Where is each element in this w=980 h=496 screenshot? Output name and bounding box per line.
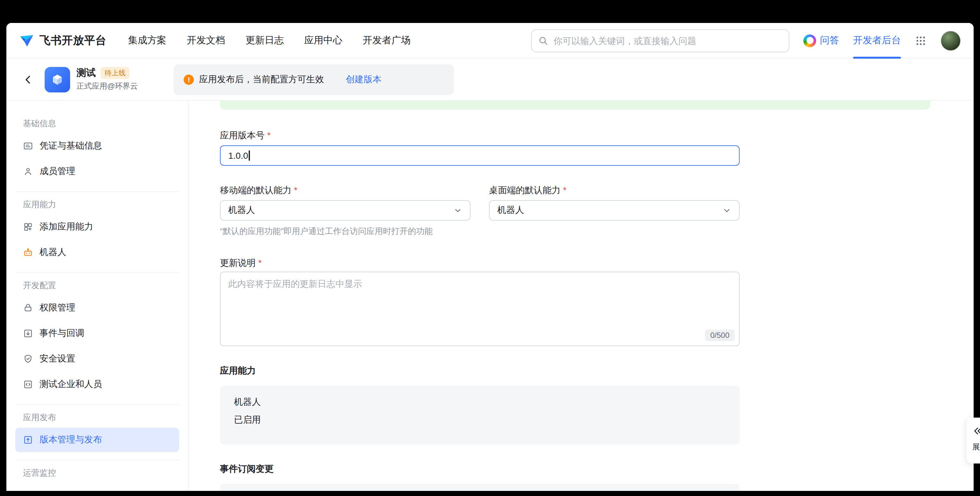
success-banner: 本次发布免审核，提交发布后即可上线使用 — [220, 101, 930, 110]
sidebar-item-label: 事件与回调 — [40, 328, 84, 339]
mobile-capability-select[interactable]: 机器人 — [220, 200, 471, 221]
cube-icon — [50, 72, 65, 87]
credential-icon — [23, 141, 33, 151]
qa-link[interactable]: 问答 — [803, 34, 839, 47]
sidebar-item-label: 成员管理 — [40, 166, 75, 177]
notes-label: 更新说明* — [220, 256, 974, 269]
sidebar-item-bot[interactable]: 机器人 — [15, 240, 179, 265]
capability-status: 已启用 — [234, 414, 725, 426]
sidebar-item-label: 添加应用能力 — [40, 221, 93, 233]
status-badge: 待上线 — [101, 67, 129, 79]
nav-item-solutions[interactable]: 集成方案 — [128, 35, 166, 46]
developer-console-label: 开发者后台 — [853, 35, 901, 46]
sidebar-item-credentials[interactable]: 凭证与基础信息 — [15, 134, 179, 158]
sidebar-item-label: 安全设置 — [40, 353, 75, 365]
header-right: 问答 开发者后台 — [803, 23, 961, 58]
brand-name: 飞书开放平台 — [40, 33, 107, 48]
sidebar-item-test-org[interactable]: 测试企业和人员 — [15, 372, 179, 397]
sidebar-item-add-capability[interactable]: 添加应用能力 — [15, 215, 179, 239]
chevron-down-icon — [453, 206, 462, 215]
app-bar: 测试 待上线 正式应用@环界云 ! 应用发布后，当前配置方可生效 创建版本 — [6, 59, 974, 101]
sidebar-section-monitoring: 运营监控 — [15, 467, 179, 490]
capability-hint: “默认的应用功能”即用户通过工作台访问应用时打开的功能 — [220, 226, 974, 237]
char-counter: 0/500 — [705, 330, 735, 341]
sidebar-item-members[interactable]: 成员管理 — [15, 159, 179, 184]
version-input[interactable]: 1.0.0 — [220, 145, 740, 166]
notice-text: 应用发布后，当前配置方可生效 — [199, 74, 324, 85]
sidebar-section-capability: 应用能力 添加应用能力 机器人 — [15, 198, 179, 273]
search-box[interactable] — [531, 29, 789, 52]
expander-label: 展开 — [972, 442, 980, 453]
sidebar-item-permissions[interactable]: 权限管理 — [15, 296, 179, 320]
nav-item-dev-plaza[interactable]: 开发者广场 — [363, 35, 410, 46]
sidebar-item-label: 机器人 — [40, 247, 66, 258]
capability-name: 机器人 — [234, 397, 725, 408]
sidebar-section-label: 运营监控 — [15, 467, 179, 479]
sidebar-section-label: 基础信息 — [15, 117, 179, 130]
app-icon — [45, 67, 70, 92]
event-callback-icon — [23, 328, 33, 339]
default-capability-row: 移动端的默认能力* 机器人 桌面端的默认能力* 机器人 — [220, 184, 974, 221]
brand[interactable]: 飞书开放平台 — [19, 33, 107, 48]
nav-item-docs[interactable]: 开发文档 — [187, 35, 225, 46]
sidebar-section-label: 应用能力 — [15, 198, 179, 211]
required-asterisk: * — [267, 129, 270, 141]
sidebar-section-label: 应用发布 — [15, 411, 179, 424]
notice-bar: ! 应用发布后，当前配置方可生效 创建版本 — [173, 64, 454, 95]
capability-section-title: 应用能力 — [220, 365, 974, 377]
screen: 飞书开放平台 集成方案 开发文档 更新日志 应用中心 开发者广场 问答 — [0, 0, 980, 496]
security-icon — [23, 354, 33, 364]
sidebar-section-basic: 基础信息 凭证与基础信息 成员管理 — [15, 117, 179, 192]
permission-icon — [23, 303, 33, 313]
nav-item-changelog[interactable]: 更新日志 — [245, 35, 284, 46]
qa-label: 问答 — [820, 35, 839, 46]
sidebar-section-label: 开发配置 — [15, 279, 179, 292]
main-content: 本次发布免审核，提交发布后即可上线使用 应用版本号* 1.0.0 移动端的默认能… — [189, 101, 974, 491]
notes-textarea[interactable] — [220, 272, 740, 346]
nav-item-app-center[interactable]: 应用中心 — [304, 35, 342, 46]
panel-expander[interactable]: 展开 — [967, 418, 980, 464]
notes-textarea-wrap: 0/500 — [220, 272, 740, 346]
events-section-title: 事件订阅变更 — [220, 464, 974, 475]
desktop-capability-select[interactable]: 机器人 — [489, 200, 740, 221]
create-version-link[interactable]: 创建版本 — [345, 74, 381, 85]
required-asterisk: * — [258, 256, 262, 269]
apps-grid-button[interactable] — [915, 35, 926, 46]
robot-icon — [23, 247, 33, 258]
back-icon — [22, 74, 34, 85]
sidebar-item-label: 凭证与基础信息 — [40, 140, 102, 152]
warning-icon: ! — [184, 74, 194, 84]
mobile-capability-label: 移动端的默认能力* — [220, 184, 471, 196]
nav-item-developer-console[interactable]: 开发者后台 — [853, 23, 901, 58]
sidebar-item-version-release[interactable]: 版本管理与发布 — [15, 428, 179, 452]
top-header: 飞书开放平台 集成方案 开发文档 更新日志 应用中心 开发者广场 问答 — [6, 23, 974, 59]
app-name: 测试 — [76, 67, 95, 79]
required-asterisk: * — [563, 184, 566, 196]
sidebar-section-dev-config: 开发配置 权限管理 事件与回调 — [15, 279, 179, 405]
sidebar-item-label: 版本管理与发布 — [40, 434, 102, 446]
feishu-logo-icon — [19, 33, 35, 48]
sidebar-section-release: 应用发布 版本管理与发布 — [15, 411, 179, 460]
members-icon — [23, 166, 33, 176]
sidebar-item-security[interactable]: 安全设置 — [15, 347, 179, 371]
sidebar-item-label: 测试企业和人员 — [40, 379, 102, 390]
release-icon — [23, 435, 33, 445]
body: 基础信息 凭证与基础信息 成员管理 应用能 — [6, 101, 974, 491]
app-meta: 测试 待上线 正式应用@环界云 — [76, 67, 138, 92]
back-button[interactable] — [19, 70, 37, 88]
version-label: 应用版本号* — [220, 129, 974, 141]
chevron-down-icon — [722, 206, 731, 215]
main-nav: 集成方案 开发文档 更新日志 应用中心 开发者广场 — [128, 35, 410, 46]
text-caret — [249, 151, 250, 161]
sidebar-item-events-callbacks[interactable]: 事件与回调 — [15, 321, 179, 345]
banner-text: 本次发布免审核，提交发布后即可上线使用 — [244, 101, 414, 101]
avatar[interactable] — [940, 30, 961, 51]
search-input[interactable] — [554, 35, 782, 46]
test-org-icon — [23, 379, 33, 389]
search-icon — [538, 35, 548, 46]
required-asterisk: * — [294, 184, 298, 196]
desktop-capability-col: 桌面端的默认能力* 机器人 — [489, 184, 740, 221]
mobile-capability-value: 机器人 — [228, 205, 255, 216]
desktop-capability-label: 桌面端的默认能力* — [489, 184, 740, 196]
mobile-capability-col: 移动端的默认能力* 机器人 — [220, 184, 471, 221]
